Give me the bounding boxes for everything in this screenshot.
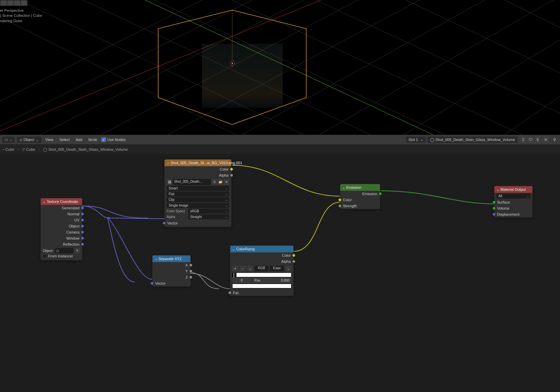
ramp-interp[interactable]: Ease xyxy=(270,266,284,271)
socket-color-out[interactable]: Color xyxy=(230,252,293,258)
socket-camera[interactable]: Camera xyxy=(41,229,82,235)
ramp-stop[interactable] xyxy=(233,272,235,278)
fake-user-icon[interactable]: 🛡 xyxy=(527,136,534,143)
checkbox-icon: ✓ xyxy=(101,137,106,142)
unlink-material-icon[interactable]: ✕ xyxy=(542,136,549,143)
users-icon[interactable]: ⎘ xyxy=(212,179,217,185)
editor-type-select[interactable]: ⬭⌄ xyxy=(2,137,15,143)
extension-select[interactable]: Clip xyxy=(167,197,229,202)
ramp-position[interactable]: Pos0.000 xyxy=(252,278,291,283)
node-separate-xyz[interactable]: Separate XYZ X Y Z Vector xyxy=(152,255,191,287)
node-header[interactable]: Emission xyxy=(340,184,380,191)
target-select[interactable]: All xyxy=(496,193,530,199)
overlay-line3: ndering Done xyxy=(0,19,42,24)
menu-view[interactable]: View xyxy=(43,137,56,143)
image-type-icon[interactable]: 🖼 xyxy=(167,179,172,185)
source-select[interactable]: Single Image xyxy=(167,203,229,208)
socket-alpha-out[interactable]: Alpha xyxy=(230,258,293,264)
mode-icon-3[interactable] xyxy=(14,1,20,5)
unlink-icon[interactable]: ✕ xyxy=(224,179,229,185)
colorspace-row: Color Space sRGB xyxy=(167,209,229,214)
node-texture-coordinate[interactable]: Texture Coordinate Generated Normal UV O… xyxy=(40,198,82,260)
svg-point-24 xyxy=(107,217,109,219)
ramp-flip-icon[interactable]: ⌄ xyxy=(285,266,291,271)
node-editor-header: ⬭⌄ ◇ Object ⌄ View Select Add Node ✓ Use… xyxy=(0,135,560,145)
ramp-color-swatch[interactable] xyxy=(232,284,291,288)
checkbox-icon[interactable] xyxy=(43,254,47,258)
viewport-3d[interactable]: er Perspective ) Scene Collection | Cube… xyxy=(0,0,560,135)
node-editor-area[interactable]: Texture Coordinate Generated Normal UV O… xyxy=(0,154,560,392)
colorspace-select[interactable]: sRGB xyxy=(188,209,229,214)
bc-mesh[interactable]: ▽Cube xyxy=(22,147,35,152)
socket-window[interactable]: Window xyxy=(41,235,82,241)
image-name[interactable]: Shot_005_Death... xyxy=(173,179,211,185)
ramp-mode[interactable]: RGB xyxy=(254,266,269,271)
mode-icon-4[interactable] xyxy=(21,1,27,5)
projection-select[interactable]: Flat xyxy=(167,191,229,197)
socket-x-out[interactable]: X xyxy=(152,262,190,268)
socket-vector-in[interactable]: Vector xyxy=(165,220,231,226)
chevron-right-icon: › xyxy=(18,147,19,151)
socket-volume-in[interactable]: Volume xyxy=(494,205,532,211)
menu-node[interactable]: Node xyxy=(86,137,99,143)
overlay-line2: ) Scene Collection | Cube xyxy=(0,13,42,18)
menu-add[interactable]: Add xyxy=(74,137,84,143)
svg-line-5 xyxy=(242,0,515,135)
socket-strength-in[interactable]: Strength xyxy=(340,203,380,209)
pin-icon[interactable]: ⚲ xyxy=(551,138,558,142)
alpha-select[interactable]: Straight xyxy=(188,214,229,219)
socket-emission-out[interactable]: Emission xyxy=(340,191,380,197)
node-emission[interactable]: Emission Emission Color Strength xyxy=(340,184,380,209)
socket-reflection[interactable]: Reflection xyxy=(41,241,82,247)
mode-icon-2[interactable] xyxy=(7,1,13,5)
eyedropper-icon[interactable]: ✎ xyxy=(75,248,80,253)
material-users[interactable]: 2 xyxy=(520,136,527,143)
ramp-index[interactable]: 0 xyxy=(232,278,251,283)
mode-icon-1[interactable] xyxy=(1,1,7,5)
slot-select[interactable]: Slot 1 xyxy=(406,137,425,143)
ramp-remove-icon[interactable]: − xyxy=(240,266,246,271)
node-header[interactable]: Separate XYZ xyxy=(152,255,190,262)
viewport-overlay: er Perspective ) Scene Collection | Cube… xyxy=(0,8,42,24)
open-icon[interactable]: 📂 xyxy=(218,179,223,185)
material-name-field[interactable]: ◯ Shot_005_Death_Stain_Glass_Window_Volu… xyxy=(427,137,518,143)
alpha-mode-row: Alpha Straight xyxy=(167,214,229,219)
bc-material[interactable]: ◯Shot_005_Death_Stain_Glass_Window_Volum… xyxy=(43,147,128,152)
ramp-gradient[interactable] xyxy=(232,273,291,277)
ramp-tools-icon[interactable]: ⌄ xyxy=(247,266,253,271)
svg-line-15 xyxy=(370,0,560,135)
node-header[interactable]: ColorRamp xyxy=(230,246,293,252)
socket-surface-in[interactable]: Surface xyxy=(494,199,532,205)
interpolation-select[interactable]: Smart xyxy=(167,186,229,191)
socket-color-in[interactable]: Color xyxy=(340,197,380,203)
socket-color-out[interactable]: Color xyxy=(165,166,231,172)
node-header[interactable]: Shot_005_Death_St...w_BG_V010.png.001 xyxy=(165,159,231,166)
new-material-icon[interactable]: ⎘ xyxy=(534,136,542,143)
socket-normal[interactable]: Normal xyxy=(41,211,82,217)
object-mode-select[interactable]: ◇ Object ⌄ xyxy=(17,137,41,143)
ramp-add-icon[interactable]: + xyxy=(232,266,238,271)
node-image-texture[interactable]: Shot_005_Death_St...w_BG_V010.png.001 Co… xyxy=(164,159,232,227)
menu-select[interactable]: Select xyxy=(57,137,72,143)
socket-uv[interactable]: UV xyxy=(41,217,82,223)
socket-fac-in[interactable]: Fac xyxy=(230,290,293,296)
from-instancer-row[interactable]: From Instancer xyxy=(43,254,80,258)
triangle-icon: ▽ xyxy=(22,147,25,152)
node-material-output[interactable]: Material Output All Surface Volume Displ… xyxy=(494,186,533,218)
node-header[interactable]: Texture Coordinate xyxy=(41,198,82,205)
node-colorramp[interactable]: ColorRamp Color Alpha + − ⌄ RGB Ease ⌄ 0… xyxy=(230,245,294,296)
svg-line-6 xyxy=(320,0,560,135)
socket-displacement-in[interactable]: Displacement xyxy=(494,211,532,217)
node-header[interactable]: Material Output xyxy=(494,186,532,193)
socket-vector-in[interactable]: Vector xyxy=(152,280,190,286)
socket-generated[interactable]: Generated xyxy=(41,205,82,211)
use-nodes-toggle[interactable]: ✓ Use Nodes xyxy=(101,137,126,142)
bc-object[interactable]: ▫Cube xyxy=(3,147,14,151)
socket-y-out[interactable]: Y xyxy=(152,268,190,274)
overlay-line1: er Perspective xyxy=(0,8,42,13)
socket-z-out[interactable]: Z xyxy=(152,274,190,280)
object-field[interactable]: ◇ xyxy=(55,248,73,253)
chevron-right-icon: › xyxy=(38,147,40,151)
socket-alpha-out[interactable]: Alpha xyxy=(165,172,231,178)
socket-object[interactable]: Object xyxy=(41,223,82,229)
